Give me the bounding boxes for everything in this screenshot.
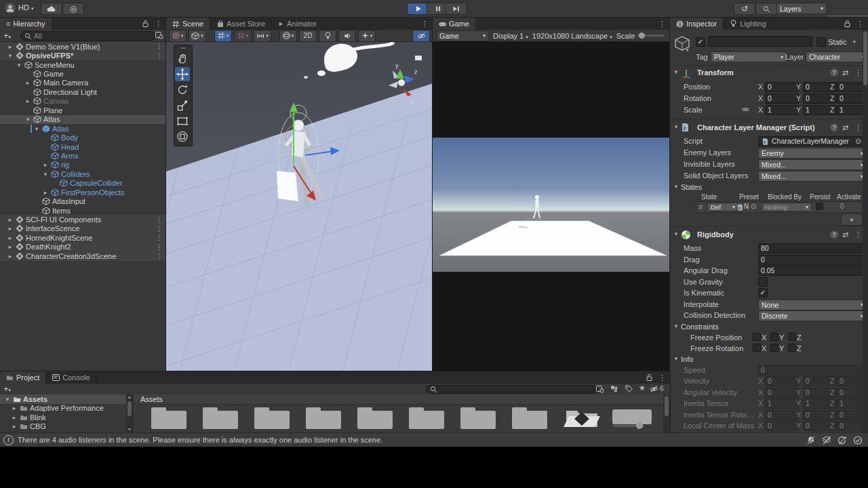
object-picker-icon[interactable]: ⊙ — [855, 137, 861, 146]
foldout-arrow[interactable]: ▾ — [42, 171, 49, 178]
services-button[interactable]: ◎ — [62, 3, 84, 15]
inspector-scrollbar[interactable] — [863, 30, 868, 432]
item-menu-button[interactable]: ⋮ — [156, 234, 163, 241]
tool-settings-button[interactable]: ▾ — [169, 30, 186, 42]
hierarchy-item-charactercreation3dscene[interactable]: ▸CharacterCreation3dScene⋮ — [0, 251, 166, 260]
project-tree-item-cbg[interactable]: ▸CBG — [0, 422, 126, 432]
state-name-dropdown[interactable]: Def▾ — [707, 203, 738, 211]
layermask-dropdown[interactable]: Enemy▾ — [758, 148, 863, 159]
inspector-menu-button[interactable]: ⋮ — [856, 20, 864, 28]
hierarchy-item-demo-scene-v1-blue-[interactable]: ▸Demo Scene V1(Blue)⋮ — [0, 42, 166, 51]
component-menu-button[interactable]: ⋮ — [854, 230, 862, 239]
foldout-arrow[interactable]: ▸ — [24, 79, 31, 86]
help-icon[interactable]: ? — [830, 68, 838, 77]
hierarchy-item-body[interactable]: Body — [0, 133, 166, 142]
hierarchy-item-opsiveufps-[interactable]: ▾OpsiveUFPS*⋮ — [0, 51, 166, 60]
foldout-arrow[interactable]: ▸ — [7, 253, 14, 260]
project-tree-item-blink[interactable]: ▸Blink — [0, 413, 126, 422]
hierarchy-item-atlasinput[interactable]: AtlasInput — [0, 197, 166, 205]
foldout-arrow[interactable]: ▸ — [7, 216, 14, 223]
project-tree-scrollbar[interactable]: ▲ ▼ — [126, 394, 133, 432]
grid-visibility-button[interactable]: ▾ — [214, 30, 232, 42]
hierarchy-item-plane[interactable]: Plane — [0, 106, 166, 115]
pivot-button[interactable]: ▾ — [189, 30, 206, 42]
persist-checkbox[interactable] — [816, 203, 823, 210]
game-display-mode-dropdown[interactable]: Game▾ — [436, 30, 489, 41]
vector-field[interactable]: 0 — [837, 376, 863, 386]
use-gravity-checkbox[interactable] — [758, 277, 768, 287]
freeze-z-checkbox[interactable] — [788, 344, 796, 352]
lock-icon[interactable] — [646, 373, 653, 382]
tab-hierarchy[interactable]: ≡Hierarchy — [0, 18, 52, 30]
component-menu-button[interactable]: ⋮ — [854, 123, 862, 132]
vector-field[interactable]: 0 — [765, 94, 799, 104]
hierarchy-item-colliders[interactable]: ▾Colliders — [0, 169, 166, 178]
object-picker-icon[interactable]: ⊙ — [751, 203, 756, 210]
vector-field[interactable]: 0 — [837, 388, 863, 398]
item-menu-button[interactable]: ⋮ — [156, 252, 163, 260]
2d-toggle-button[interactable]: 2D — [299, 30, 317, 42]
effects-toggle-button[interactable]: ▾ — [358, 30, 376, 42]
scene-visibility-button[interactable] — [412, 30, 430, 42]
freeze-x-checkbox[interactable] — [753, 333, 761, 341]
scene-viewport[interactable]: y z x < Persp ••• — [166, 42, 433, 371]
project-tree-item-assets[interactable]: ▾Assets — [0, 394, 126, 404]
item-menu-button[interactable]: ⋮ — [156, 216, 163, 224]
foldout-arrow[interactable]: ▸ — [11, 405, 18, 411]
hierarchy-item-firstpersonobjects[interactable]: ▸FirstPersonObjects — [0, 188, 166, 197]
scene-picker-icon[interactable] — [155, 31, 163, 39]
asset-type-filter-icon[interactable] — [610, 385, 618, 392]
asset-folder[interactable] — [254, 411, 290, 429]
layers-dropdown[interactable]: Layers▾ — [776, 3, 827, 14]
constraints-foldout[interactable]: Constraints — [681, 323, 719, 331]
assets-breadcrumb[interactable]: Assets — [140, 395, 163, 403]
mute-bell-icon[interactable] — [806, 436, 816, 445]
asset-folder[interactable] — [460, 411, 496, 429]
vector-field[interactable]: 0 — [765, 82, 799, 92]
preset-value[interactable]: N — [744, 203, 749, 210]
foldout-arrow[interactable]: ▾ — [33, 125, 40, 132]
asset-folder-open[interactable] — [564, 407, 600, 430]
tab-game[interactable]: Game — [433, 18, 476, 30]
hierarchy-item-arms[interactable]: Arms — [0, 151, 166, 160]
layers-disabled-icon[interactable] — [822, 436, 831, 445]
layermask-dropdown[interactable]: Mixed...▾ — [758, 159, 863, 170]
vector-field[interactable]: 0 — [837, 82, 863, 92]
item-menu-button[interactable]: ⋮ — [156, 243, 163, 251]
hierarchy-item-scenemenu[interactable]: ▾SceneMenu — [0, 60, 166, 69]
shading-mode-button[interactable]: ▾ — [279, 30, 297, 42]
slider-knob[interactable] — [636, 422, 643, 429]
vector-field[interactable]: 0 — [837, 94, 863, 104]
tab-asset-store[interactable]: Asset Store — [210, 18, 272, 30]
foldout-arrow[interactable]: ▸ — [7, 235, 14, 241]
interpolate-dropdown[interactable]: None▾ — [758, 300, 863, 310]
hierarchy-item-hornedknightscene[interactable]: ▸HornedKnightScene⋮ — [0, 233, 166, 242]
project-menu-button[interactable]: ⋮ — [658, 373, 666, 382]
vector-field[interactable]: 0 — [765, 421, 799, 431]
freeze-x-checkbox[interactable] — [753, 344, 761, 352]
blockedby-dropdown[interactable]: Nothing▾ — [762, 203, 812, 211]
rect-tool-button[interactable] — [175, 114, 190, 128]
lighting-toggle-button[interactable] — [319, 30, 336, 42]
autorefresh-disabled-icon[interactable] — [837, 436, 847, 445]
label-filter-icon[interactable] — [625, 385, 633, 392]
hierarchy-menu-button[interactable]: ⋮ — [155, 20, 162, 28]
vector-field[interactable]: 0 — [837, 421, 863, 431]
item-menu-button[interactable]: ⋮ — [156, 43, 163, 50]
snap-button[interactable]: ▾ — [234, 30, 252, 42]
foldout-arrow[interactable]: ▸ — [24, 98, 31, 104]
hierarchy-item-deathknight2[interactable]: ▸DeathKnight2⋮ — [0, 243, 166, 251]
help-icon[interactable]: ? — [830, 230, 838, 239]
preset-icon[interactable]: ⇄ — [842, 230, 848, 239]
hierarchy-search-input[interactable]: All — [20, 31, 156, 41]
move-tool-button[interactable] — [175, 67, 190, 81]
hierarchy-item-main-camera[interactable]: ▸Main Camera — [0, 79, 166, 87]
vector-field[interactable]: 1 — [765, 105, 799, 115]
measure-button[interactable]: ▾ — [254, 30, 271, 42]
palette-grip[interactable]: ••• — [175, 46, 191, 52]
tab-scene[interactable]: Scene — [166, 18, 210, 30]
hierarchy-item-rig[interactable]: ▸rig — [0, 161, 166, 169]
is-kinematic-checkbox[interactable]: ✓ — [758, 288, 768, 298]
tab-inspector[interactable]: Inspector — [670, 18, 724, 30]
game-menu-button[interactable]: ⋮ — [658, 20, 666, 28]
